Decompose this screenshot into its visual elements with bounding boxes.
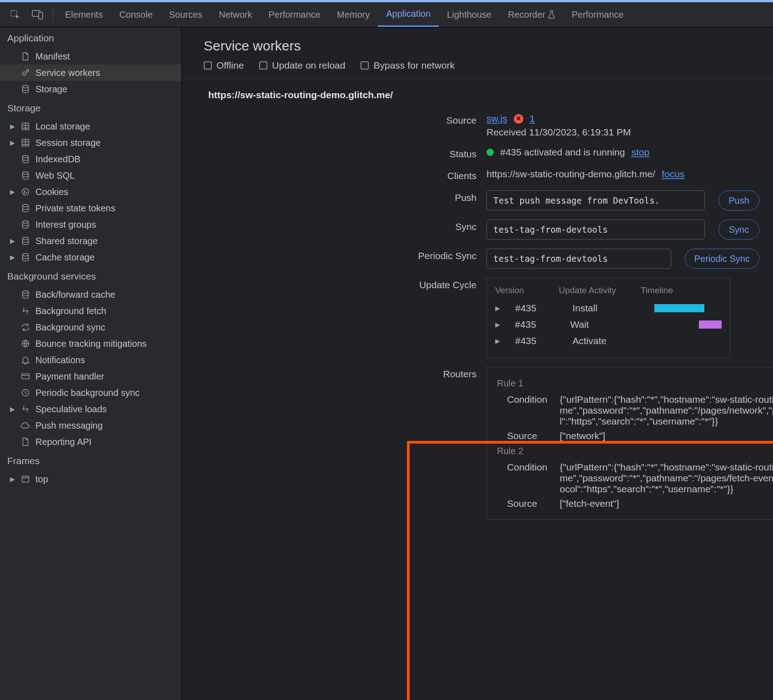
inspect-element-icon[interactable] <box>5 5 25 24</box>
cycle-row[interactable]: ▶#435Activate <box>495 333 722 349</box>
sidebar-item-label: Local storage <box>35 121 90 132</box>
sidebar-item-storage[interactable]: ▶Storage <box>0 81 181 97</box>
sidebar-item-web-sql[interactable]: ▶Web SQL <box>0 167 181 184</box>
sidebar-item-top[interactable]: ▶top <box>0 471 181 487</box>
sync-button[interactable]: Sync <box>718 220 759 240</box>
cycle-row[interactable]: ▶#435Install <box>495 300 722 316</box>
svg-point-10 <box>22 189 29 195</box>
sidebar-item-speculative-loads[interactable]: ▶Speculative loads <box>0 401 181 417</box>
tab-network[interactable]: Network <box>211 2 260 27</box>
disclosure-icon[interactable]: ▶ <box>9 405 15 413</box>
tab-performance[interactable]: Performance <box>563 2 632 27</box>
svg-point-12 <box>26 192 27 193</box>
disclosure-icon[interactable]: ▶ <box>9 139 15 146</box>
sidebar-item-background-fetch[interactable]: ▶Background fetch <box>0 303 181 319</box>
disclosure-icon[interactable]: ▶ <box>495 305 502 312</box>
sidebar-item-interest-groups[interactable]: ▶Interest groups <box>0 216 181 233</box>
tab-elements[interactable]: Elements <box>57 2 111 27</box>
router-condition-value: {"urlPattern":{"hash":"*","hostname":"sw… <box>560 394 773 427</box>
sidebar-item-notifications[interactable]: ▶Notifications <box>0 352 181 368</box>
routers-box: Rule 1Condition{"urlPattern":{"hash":"*"… <box>487 367 773 520</box>
sidebar-item-label: Interest groups <box>35 220 96 230</box>
sync-label: Sync <box>182 220 487 232</box>
tab-performance[interactable]: Performance <box>261 2 329 27</box>
sidebar-item-push-messaging[interactable]: ▶Push messaging <box>0 417 181 434</box>
devtools-tabstrip: ElementsConsoleSourcesNetworkPerformance… <box>0 2 773 27</box>
disclosure-icon[interactable]: ▶ <box>495 337 502 345</box>
sidebar-item-cookies[interactable]: ▶Cookies <box>0 184 181 200</box>
status-dot-icon <box>487 149 494 156</box>
bypass-for-network-checkbox[interactable]: Bypass for network <box>361 60 455 71</box>
periodic-sync-input[interactable] <box>487 249 671 269</box>
source-label: Source <box>182 113 487 126</box>
svg-point-14 <box>23 205 29 207</box>
svg-point-16 <box>23 237 29 240</box>
periodic-sync-button[interactable]: Periodic Sync <box>685 249 759 269</box>
sidebar-item-label: Back/forward cache <box>35 290 115 300</box>
push-button[interactable]: Push <box>718 190 759 210</box>
offline-checkbox[interactable]: Offline <box>204 60 244 71</box>
cycle-activity: Activate <box>572 335 641 346</box>
sync-input[interactable] <box>487 220 705 240</box>
status-label: Status <box>182 147 487 160</box>
svg-point-9 <box>23 172 29 175</box>
db-icon <box>20 219 31 230</box>
clients-label: Clients <box>182 169 487 181</box>
service-workers-panel: Service workers Offline Update on reload… <box>182 27 773 700</box>
clock-icon <box>20 387 31 398</box>
grid-icon <box>20 137 31 148</box>
sidebar-item-periodic-background-sync[interactable]: ▶Periodic background sync <box>0 385 181 401</box>
sidebar-item-label: Periodic background sync <box>35 388 140 398</box>
cycle-header-version: Version <box>495 285 545 295</box>
router-rule-title: Rule 1 <box>497 378 773 389</box>
disclosure-icon[interactable]: ▶ <box>9 475 15 483</box>
tab-recorder[interactable]: Recorder <box>500 2 563 27</box>
sidebar-item-session-storage[interactable]: ▶Session storage <box>0 135 181 151</box>
sidebar-item-service-workers[interactable]: ▶Service workers <box>0 65 181 81</box>
card-icon <box>20 371 31 382</box>
application-sidebar: Application▶Manifest▶Service workers▶Sto… <box>0 27 182 700</box>
sidebar-item-label: Cookies <box>35 187 68 197</box>
tab-memory[interactable]: Memory <box>329 2 378 27</box>
sidebar-item-reporting-api[interactable]: ▶Reporting API <box>0 434 181 450</box>
sidebar-item-background-sync[interactable]: ▶Background sync <box>0 319 181 335</box>
push-input[interactable] <box>487 190 705 210</box>
sidebar-item-private-state-tokens[interactable]: ▶Private state tokens <box>0 200 181 216</box>
tab-lighthouse[interactable]: Lighthouse <box>439 2 500 27</box>
disclosure-icon[interactable]: ▶ <box>495 321 501 328</box>
bgsync-icon <box>20 322 31 333</box>
sw-error-count-link[interactable]: 1 <box>530 113 535 124</box>
sidebar-item-indexeddb[interactable]: ▶IndexedDB <box>0 151 181 167</box>
cycle-row[interactable]: ▶#435Wait <box>495 316 722 333</box>
disclosure-icon[interactable]: ▶ <box>9 254 15 261</box>
sidebar-item-label: Background fetch <box>35 306 106 316</box>
router-source-value: ["fetch-event"] <box>560 498 773 509</box>
file-icon <box>20 436 31 447</box>
sidebar-group-background-services: Background services <box>0 265 181 286</box>
router-condition-label: Condition <box>497 394 552 427</box>
sw-stop-link[interactable]: stop <box>631 147 649 158</box>
disclosure-icon[interactable]: ▶ <box>9 123 15 130</box>
tab-console[interactable]: Console <box>111 2 161 27</box>
sidebar-item-back-forward-cache[interactable]: ▶Back/forward cache <box>0 286 181 303</box>
sidebar-item-shared-storage[interactable]: ▶Shared storage <box>0 233 181 249</box>
sidebar-item-cache-storage[interactable]: ▶Cache storage <box>0 249 181 265</box>
sidebar-item-manifest[interactable]: ▶Manifest <box>0 48 181 65</box>
sidebar-item-payment-handler[interactable]: ▶Payment handler <box>0 368 181 385</box>
sidebar-item-label: Service workers <box>35 68 100 78</box>
sidebar-item-bounce-tracking-mitigations[interactable]: ▶Bounce tracking mitigations <box>0 335 181 352</box>
cycle-version: #435 <box>515 319 557 330</box>
error-badge-icon[interactable]: ✕ <box>514 114 523 124</box>
disclosure-icon[interactable]: ▶ <box>9 237 15 245</box>
sidebar-item-local-storage[interactable]: ▶Local storage <box>0 118 181 135</box>
beaker-icon <box>548 10 555 19</box>
sw-source-link[interactable]: sw.js <box>487 113 507 124</box>
device-toolbar-icon[interactable] <box>28 5 47 24</box>
sw-focus-link[interactable]: focus <box>662 169 684 180</box>
disclosure-icon[interactable]: ▶ <box>9 188 15 195</box>
svg-point-11 <box>24 190 25 191</box>
tab-application[interactable]: Application <box>378 2 439 27</box>
cycle-header-timeline: Timeline <box>641 285 673 295</box>
update-on-reload-checkbox[interactable]: Update on reload <box>259 60 345 71</box>
tab-sources[interactable]: Sources <box>161 2 211 27</box>
